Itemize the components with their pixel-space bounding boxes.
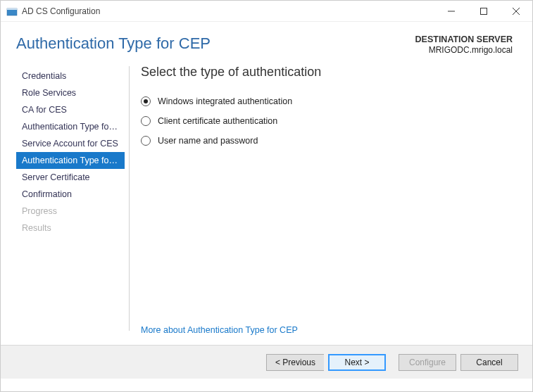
window-controls (435, 1, 532, 22)
body: Credentials Role Services CA for CES Aut… (1, 62, 532, 345)
option-client-certificate[interactable]: Client certificate authentication (141, 116, 515, 126)
close-button[interactable] (500, 1, 532, 22)
radio-username-password[interactable] (141, 136, 151, 146)
app-icon (6, 6, 18, 17)
maximize-button[interactable] (468, 1, 500, 22)
vertical-divider (129, 66, 130, 331)
destination-label: DESTINATION SERVER (415, 34, 513, 44)
label-username-password[interactable]: User name and password (158, 136, 258, 146)
option-windows-integrated[interactable]: Windows integrated authentication (141, 96, 515, 106)
cancel-button[interactable]: Cancel (460, 354, 518, 371)
step-confirmation[interactable]: Confirmation (16, 186, 125, 203)
radio-client-certificate[interactable] (141, 116, 151, 126)
step-credentials[interactable]: Credentials (16, 68, 125, 84)
label-windows-integrated[interactable]: Windows integrated authentication (158, 96, 292, 106)
titlebar: AD CS Configuration (1, 1, 532, 22)
radio-windows-integrated[interactable] (141, 96, 151, 106)
label-client-certificate[interactable]: Client certificate authentication (158, 116, 277, 126)
step-auth-type-cep[interactable]: Authentication Type for C... (16, 152, 125, 169)
footer: < Previous Next > Configure Cancel (1, 345, 532, 379)
step-results: Results (16, 220, 125, 236)
destination-info: DESTINATION SERVER MRIGODC.mrigo.local (415, 34, 513, 55)
window-title: AD CS Configuration (22, 6, 435, 16)
step-server-certificate[interactable]: Server Certificate (16, 169, 125, 186)
learn-more-link[interactable]: More about Authentication Type for CEP (141, 325, 515, 335)
step-auth-type-ces[interactable]: Authentication Type for C... (16, 118, 125, 135)
step-role-services[interactable]: Role Services (16, 84, 125, 101)
page-title: Authentication Type for CEP (16, 34, 415, 53)
svg-rect-1 (7, 8, 17, 10)
option-username-password[interactable]: User name and password (141, 136, 515, 146)
content-heading: Select the type of authentication (141, 65, 515, 80)
header: Authentication Type for CEP DESTINATION … (1, 22, 532, 62)
next-button[interactable]: Next > (328, 354, 386, 371)
step-ca-for-ces[interactable]: CA for CES (16, 101, 125, 118)
configure-button: Configure (399, 354, 456, 371)
sidebar: Credentials Role Services CA for CES Aut… (16, 62, 129, 345)
previous-button[interactable]: < Previous (266, 354, 324, 371)
destination-server: MRIGODC.mrigo.local (415, 45, 513, 55)
minimize-button[interactable] (435, 1, 468, 22)
content: Select the type of authentication Window… (141, 62, 515, 345)
step-service-account-ces[interactable]: Service Account for CES (16, 135, 125, 152)
svg-rect-3 (481, 8, 487, 14)
step-progress: Progress (16, 203, 125, 220)
